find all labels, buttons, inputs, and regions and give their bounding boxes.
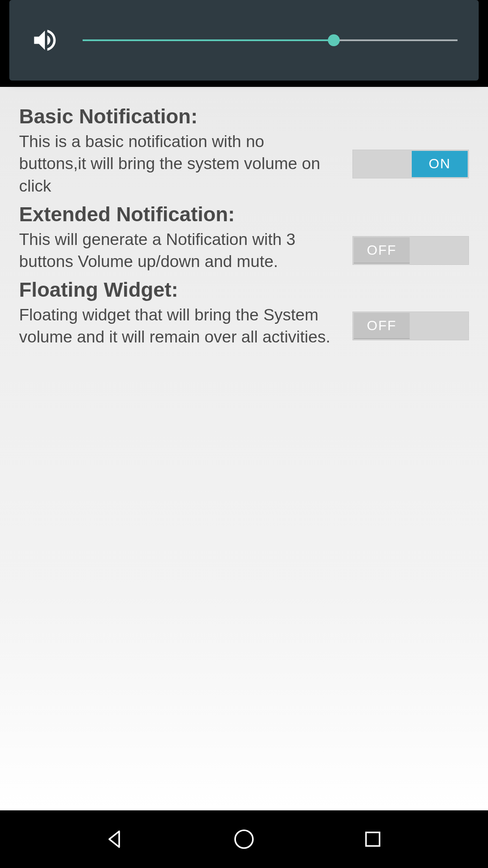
toggle-extended-notification[interactable]: OFF [352, 236, 469, 265]
navigation-bar [0, 810, 488, 868]
volume-slider[interactable] [83, 39, 458, 41]
setting-extended-notification: Extended Notification: This will generat… [19, 201, 469, 273]
toggle-label: OFF [354, 237, 410, 264]
svg-rect-1 [366, 832, 380, 846]
svg-point-0 [235, 830, 253, 848]
toggle-basic-notification[interactable]: ON [352, 150, 469, 178]
toggle-floating-widget[interactable]: OFF [352, 312, 469, 340]
setting-description: This is a basic notification with no but… [19, 131, 333, 198]
back-button[interactable] [100, 824, 130, 854]
settings-content: Basic Notification: This is a basic noti… [0, 87, 488, 810]
recent-apps-button[interactable] [358, 824, 388, 854]
toggle-label: OFF [354, 313, 410, 339]
setting-description: This will generate a Notification with 3… [19, 228, 333, 273]
setting-title: Extended Notification: [19, 201, 469, 228]
setting-basic-notification: Basic Notification: This is a basic noti… [19, 103, 469, 198]
toggle-label: ON [412, 151, 468, 177]
setting-description: Floating widget that will bring the Syst… [19, 304, 333, 348]
setting-title: Basic Notification: [19, 103, 469, 131]
setting-floating-widget: Floating Widget: Floating widget that wi… [19, 276, 469, 348]
setting-title: Floating Widget: [19, 276, 469, 304]
volume-icon [30, 26, 59, 55]
home-button[interactable] [229, 824, 259, 854]
volume-panel [9, 0, 479, 81]
